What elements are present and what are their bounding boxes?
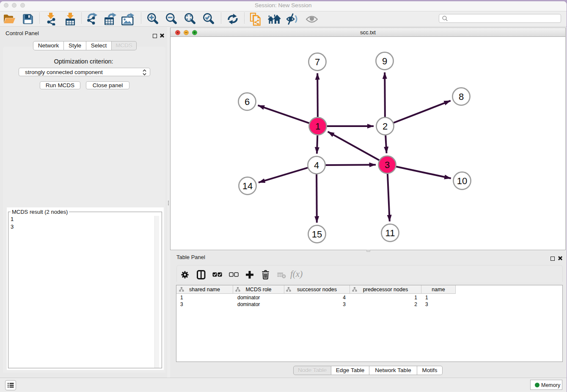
svg-text:7: 7	[315, 57, 320, 67]
svg-text:8: 8	[459, 91, 464, 102]
svg-text:4: 4	[314, 160, 319, 171]
svg-text:9: 9	[382, 56, 387, 66]
svg-text:10: 10	[457, 176, 467, 186]
svg-text:11: 11	[385, 228, 395, 238]
svg-text:6: 6	[245, 97, 250, 107]
svg-text:3: 3	[385, 160, 390, 170]
svg-text:15: 15	[312, 229, 322, 240]
svg-text:2: 2	[383, 121, 388, 132]
svg-text:14: 14	[242, 181, 253, 191]
svg-text:1: 1	[315, 121, 320, 132]
